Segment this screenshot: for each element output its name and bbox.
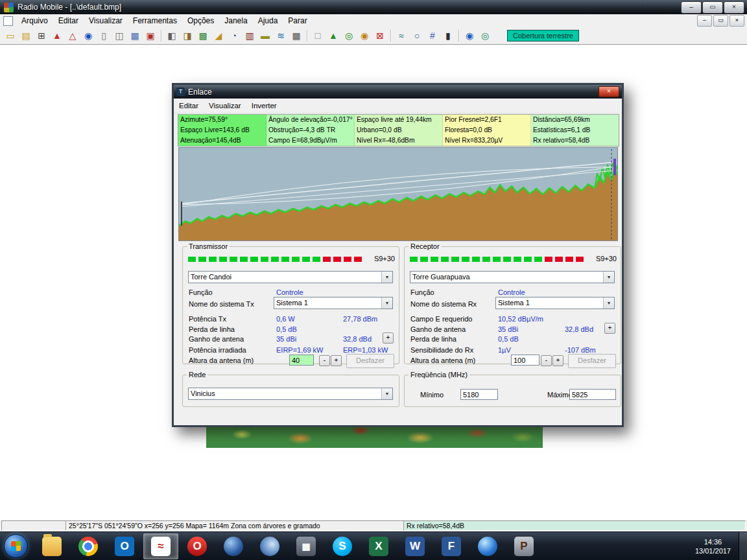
tb-network-properties-icon[interactable]: ⊞ [34, 29, 49, 43]
network-dropdown-icon[interactable]: ▼ [381, 388, 392, 399]
tx-station-dropdown-icon[interactable]: ▼ [381, 272, 392, 283]
tb-paste-icon[interactable]: ◨ [180, 29, 195, 43]
tx-role-value[interactable]: Controle [276, 288, 303, 296]
taskbar-skype-icon-button[interactable]: S [325, 533, 360, 559]
main-titlebar[interactable]: Radio Mobile - [..\default.bmp] – ▭ × [0, 0, 747, 14]
rx-height-plus-button[interactable]: + [552, 355, 563, 366]
tb-link-icon[interactable]: ≈ [394, 29, 409, 43]
menu-arquivo[interactable]: Arquivo [16, 14, 53, 27]
mdi-minimize-button[interactable]: – [697, 15, 712, 27]
tb-world-data-icon[interactable]: ◎ [478, 29, 492, 43]
taskbar-opera-icon-button[interactable]: O [180, 533, 215, 559]
tb-merge-picture-icon[interactable]: ◫ [112, 29, 126, 43]
tx-system-combo[interactable]: Sistema 1 ▼ [274, 297, 393, 309]
tb-delete-icon[interactable]: ⊠ [373, 29, 387, 43]
tb-center-icon[interactable]: ◉ [357, 29, 372, 43]
show-desktop-button[interactable] [739, 532, 747, 560]
tb-globe-icon[interactable]: ◉ [81, 29, 95, 43]
enlace-menu-visualizar[interactable]: Visualizar [204, 102, 246, 110]
tb-contour-icon[interactable]: ◔ [227, 29, 241, 43]
tb-pattern-icon[interactable]: # [425, 29, 440, 43]
menu-editar[interactable]: Editar [53, 14, 84, 27]
close-button[interactable]: × [724, 1, 744, 14]
enlace-menu-inverter[interactable]: Inverter [246, 102, 282, 110]
taskbar-folder-icon-button[interactable] [34, 533, 69, 559]
info-pior-fresnel: Pior Fresnel=2,6F1 [443, 115, 531, 125]
enlace-close-button[interactable]: × [599, 86, 619, 97]
profile-chart[interactable] [178, 147, 618, 241]
menu-ferramentas[interactable]: Ferramentas [128, 14, 182, 27]
menu-opcoes[interactable]: Opções [182, 14, 219, 27]
toolbar-separator [161, 30, 161, 41]
taskbar-earth-icon-button[interactable] [470, 533, 505, 559]
tb-rx-antenna-icon[interactable]: △ [65, 29, 80, 43]
tb-whiteboard-icon[interactable]: □ [311, 29, 325, 43]
tx-antenna-detail-button[interactable]: + [383, 332, 394, 344]
frequency-min-input[interactable] [460, 389, 498, 400]
tb-new-map-icon[interactable]: ▭ [3, 29, 18, 43]
tx-system-dropdown-icon[interactable]: ▼ [381, 298, 392, 309]
tb-copy-icon[interactable]: ◧ [165, 29, 179, 43]
menu-visualizar[interactable]: Visualizar [84, 14, 128, 27]
taskbar-switch-icon-button[interactable]: ▦ [289, 533, 324, 559]
network-combo[interactable]: Vinicius ▼ [188, 388, 393, 400]
mdi-child-icon[interactable] [3, 16, 13, 26]
frequency-max-input[interactable] [569, 389, 616, 400]
taskbar-fgrid-icon-button[interactable]: F [434, 533, 469, 559]
coverage-mode-label[interactable]: Cobertura terrestre [507, 30, 579, 41]
start-button[interactable] [4, 534, 28, 558]
tb-draw-icon[interactable]: ◢ [211, 29, 226, 43]
tb-coverage-icon[interactable]: ◎ [342, 29, 356, 43]
tb-save-picture-icon[interactable]: ▦ [128, 29, 142, 43]
menu-ajuda[interactable]: Ajuda [253, 14, 283, 27]
taskbar-excel-icon-button[interactable]: X [361, 533, 396, 559]
tx-height-minus-button[interactable]: - [319, 355, 330, 366]
rx-station-dropdown-icon[interactable]: ▼ [603, 272, 614, 283]
restore-button[interactable]: ▭ [702, 1, 723, 14]
tb-fusion-icon[interactable]: ≋ [274, 29, 288, 43]
rx-station-combo[interactable]: Torre Guarapuava ▼ [410, 271, 615, 283]
tb-code-icon[interactable]: ▮ [441, 29, 455, 43]
enlace-dialog-icon: T [176, 88, 185, 96]
rx-undo-button[interactable]: Desfazer [568, 354, 616, 368]
taskbar-clock[interactable]: 14:36 13/01/2017 [695, 537, 731, 555]
tx-station-combo[interactable]: Torre Candoi ▼ [188, 271, 393, 283]
taskbar-chrome-icon-button[interactable] [71, 533, 106, 559]
tb-export-icon[interactable]: ▣ [143, 29, 158, 43]
signal-segment [313, 257, 320, 262]
tb-log-icon[interactable]: ▥ [243, 29, 257, 43]
menu-janela[interactable]: Janela [219, 14, 252, 27]
tb-grid-icon[interactable]: ▦ [289, 29, 303, 43]
tb-tx-antenna-icon[interactable]: ▲ [50, 29, 64, 43]
taskbar-moon-icon-button[interactable] [252, 533, 287, 559]
rx-height-minus-button[interactable]: - [541, 355, 552, 366]
taskbar-word-icon-button[interactable]: W [397, 533, 433, 559]
mdi-restore-button[interactable]: ▭ [713, 15, 728, 27]
rx-antenna-height-input[interactable] [511, 355, 540, 366]
tb-world-icon[interactable]: ◉ [462, 29, 477, 43]
tb-ruler-icon[interactable]: ▬ [258, 29, 272, 43]
tx-antenna-height-input[interactable] [289, 355, 314, 366]
enlace-menu-editar[interactable]: Editar [174, 102, 204, 110]
tb-target-icon[interactable]: ○ [410, 29, 424, 43]
signal-segment [292, 257, 300, 262]
signal-segment [420, 257, 428, 262]
enlace-titlebar[interactable]: T Enlace × [174, 85, 622, 99]
taskbar-sphere-icon-button[interactable] [216, 533, 251, 559]
tb-new-picture-icon[interactable]: ▯ [97, 29, 111, 43]
taskbar-paint-icon-button[interactable]: P [506, 533, 541, 559]
menu-parar[interactable]: Parar [283, 14, 312, 27]
rx-role-value[interactable]: Controle [498, 288, 525, 296]
minimize-button[interactable]: – [681, 1, 702, 14]
taskbar-outlook-icon-button[interactable]: O [107, 533, 142, 559]
taskbar-radio-mobile-icon-button[interactable]: ≈ [143, 533, 178, 559]
tb-chart-icon[interactable]: ▩ [196, 29, 210, 43]
mdi-close-button[interactable]: × [729, 15, 744, 27]
rx-antenna-detail-button[interactable]: + [604, 323, 615, 334]
tx-height-plus-button[interactable]: + [331, 355, 342, 366]
tb-open-map-icon[interactable]: ▤ [19, 29, 33, 43]
rx-system-dropdown-icon[interactable]: ▼ [603, 298, 614, 309]
tb-elevation-icon[interactable]: ▲ [326, 29, 340, 43]
rx-system-combo[interactable]: Sistema 1 ▼ [495, 297, 615, 309]
tx-undo-button[interactable]: Desfazer [346, 354, 394, 368]
